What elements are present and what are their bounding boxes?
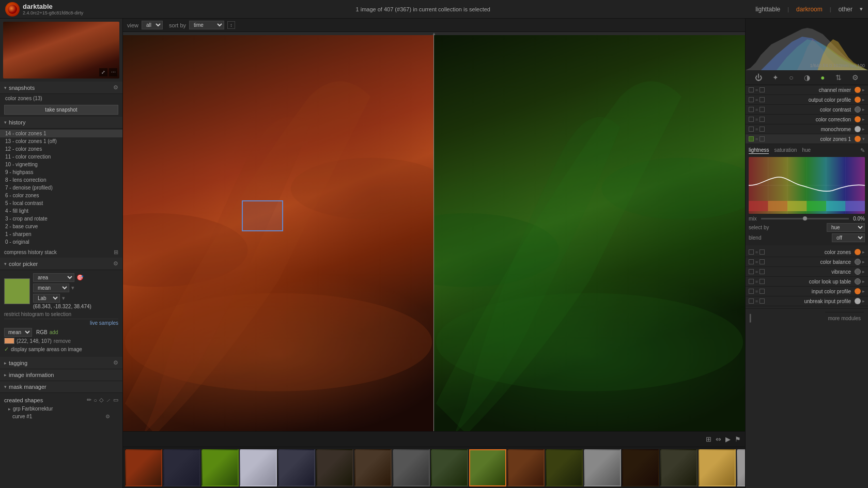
mt-arrows-icon[interactable]: ⇅ [835, 73, 842, 82]
mask-manager-header[interactable]: ▾ mask manager [0, 381, 122, 393]
history-item-9[interactable]: 9 - highpass [0, 168, 122, 176]
nav-chevron-icon[interactable]: ▾ [860, 6, 863, 12]
compress-icon[interactable]: ⊞ [114, 249, 118, 256]
module-color-zones-1[interactable]: = color zones 1 ▾ [746, 134, 868, 144]
filmstrip-thumb-15[interactable] [737, 449, 745, 486]
module-input-color-profile[interactable]: = input color profile ▸ [746, 287, 868, 296]
cp-colorspace-select[interactable]: Lab RGB HSL [33, 294, 60, 303]
compress-history-button[interactable]: compress history stack [4, 249, 57, 255]
cz-edit-icon[interactable]: ✎ [860, 147, 865, 154]
mi-rec-color-zones-1[interactable] [760, 136, 765, 141]
mi-arrow-color-contrast[interactable]: ▸ [862, 107, 865, 112]
module-color-lut[interactable]: = color look up table ▸ [746, 277, 868, 287]
filmstrip-thumb-13[interactable] [660, 449, 698, 486]
filmstrip-thumb-8[interactable] [431, 449, 468, 486]
cp-stat-select[interactable]: mean min max [4, 328, 32, 337]
cz-tab-hue[interactable]: hue [802, 147, 811, 154]
shape-rect-icon[interactable]: ▭ [113, 397, 118, 403]
mi-cb-channel-mixer[interactable] [749, 87, 754, 92]
filmstrip-thumb-1[interactable] [163, 449, 200, 486]
history-item-7[interactable]: 7 - denoise (profiled) [0, 184, 122, 192]
grp-item[interactable]: ▸ grp Farbkorrektur [4, 405, 118, 413]
more-modules-button[interactable]: more modules [825, 312, 864, 324]
bt-grid-icon[interactable]: ⊞ [706, 435, 711, 443]
color-picker-header[interactable]: ▾ color picker ⚙ [0, 258, 122, 270]
cp-live-samples-btn[interactable]: live samples [4, 320, 118, 326]
mt-gear-icon[interactable]: ⚙ [852, 73, 859, 82]
history-item-3[interactable]: 3 - crop and rotate [0, 215, 122, 223]
mi-cb-monochrome[interactable] [749, 127, 754, 132]
history-item-6[interactable]: 6 - color zones [0, 192, 122, 199]
filmstrip-thumb-2[interactable] [202, 449, 239, 486]
bt-play-icon[interactable]: ▶ [725, 435, 731, 443]
sort-direction-button[interactable]: ↕ [227, 21, 235, 29]
snapshots-header[interactable]: ▾ snapshots ⚙ [0, 82, 122, 94]
history-item-12[interactable]: 12 - color zones [0, 145, 122, 153]
cp-lab-arrow-icon[interactable]: ▾ [62, 295, 65, 302]
cz-blend-select[interactable]: off normal multiply [832, 233, 865, 242]
mt-halfcircle-icon[interactable]: ◑ [804, 73, 810, 82]
mt-circle-icon[interactable]: ○ [789, 73, 793, 82]
snapshots-gear-icon[interactable]: ⚙ [113, 84, 118, 91]
curve-item[interactable]: curve #1 ⚙ [4, 413, 118, 420]
mi-cb-color-zones-1[interactable] [749, 136, 754, 141]
module-color-contrast[interactable]: = color contrast ▸ [746, 105, 868, 115]
module-color-correction[interactable]: = color correction ▸ [746, 115, 868, 124]
mi-rec-output-color[interactable] [760, 97, 765, 102]
filmstrip-thumb-5[interactable] [316, 449, 353, 486]
image-canvas[interactable]: ▲ [123, 32, 745, 431]
cp-picker-icon[interactable]: 🎯 [76, 274, 84, 281]
module-unbreak-input[interactable]: = unbreak input profile ▸ [746, 296, 868, 306]
history-item-14[interactable]: 14 - color zones 1 [0, 130, 122, 137]
filmstrip-thumb-9[interactable] [507, 449, 545, 486]
history-header[interactable]: ▾ history [0, 117, 122, 129]
tagging-header[interactable]: ▸ tagging ⚙ [0, 357, 122, 369]
shape-diamond-icon[interactable]: ◇ [99, 397, 103, 403]
history-item-2[interactable]: 2 - base curve [0, 223, 122, 230]
view-select[interactable]: all [142, 21, 163, 29]
thumb-more-icon[interactable]: ⋯ [109, 68, 117, 76]
mi-arrow-output-color[interactable]: ▸ [862, 97, 865, 102]
filmstrip-thumb-10[interactable] [546, 449, 583, 486]
nav-other[interactable]: other [835, 5, 856, 14]
filmstrip-thumb-3[interactable] [240, 449, 277, 486]
snapshot-item[interactable]: color zones (13) [0, 94, 122, 103]
mt-colorcircle-icon[interactable]: ● [820, 73, 825, 82]
filmstrip-thumb-11[interactable] [584, 449, 621, 486]
curve-gear-icon[interactable]: ⚙ [105, 414, 110, 419]
history-item-10[interactable]: 10 - vignetting [0, 161, 122, 168]
cz-tab-saturation[interactable]: saturation [774, 147, 797, 154]
module-channel-mixer[interactable]: = channel mixer ▸ [746, 85, 868, 95]
history-item-11[interactable]: 11 - color correction [0, 153, 122, 161]
mi-cb-color-contrast[interactable] [749, 107, 754, 112]
tagging-gear-icon[interactable]: ⚙ [113, 359, 118, 366]
history-item-1[interactable]: 1 - sharpen [0, 230, 122, 238]
image-info-header[interactable]: ▸ image information [0, 369, 122, 381]
mi-rec-monochrome[interactable] [760, 127, 765, 132]
display-areas-checkbox[interactable]: ✓ [4, 346, 9, 353]
shape-path-icon[interactable]: ⟋ [105, 397, 111, 403]
bt-flag-icon[interactable]: ⚑ [735, 435, 741, 443]
sample-remove-button[interactable]: remove [54, 338, 71, 344]
history-item-4[interactable]: 4 - fill light [0, 207, 122, 215]
sort-select[interactable]: time filename rating [189, 21, 224, 29]
take-snapshot-button[interactable]: take snapshot [4, 105, 118, 115]
filmstrip-thumb-4[interactable] [278, 449, 315, 486]
mi-rec-color-correction[interactable] [760, 117, 765, 122]
module-output-color-profile[interactable]: = output color profile ▸ [746, 95, 868, 105]
mi-cb-color-zones[interactable] [749, 249, 754, 255]
cp-mean-select[interactable]: mean min max [33, 284, 69, 292]
mt-star-icon[interactable]: ✦ [772, 73, 779, 82]
module-monochrome[interactable]: = monochrome ▸ [746, 124, 868, 134]
cp-mean-arrow-icon[interactable]: ▾ [71, 285, 74, 291]
mt-power-icon[interactable]: ⏻ [755, 73, 762, 82]
module-color-balance[interactable]: = color balance ▸ [746, 257, 868, 267]
filmstrip-thumb-7[interactable] [393, 449, 430, 486]
mi-cb-output-color[interactable] [749, 97, 754, 102]
mi-arrow-color-zones-1[interactable]: ▾ [862, 136, 865, 141]
filmstrip-thumb-14[interactable] [699, 449, 736, 486]
history-item-8[interactable]: 8 - lens correction [0, 176, 122, 184]
cz-grid[interactable] [749, 157, 865, 214]
mi-rec-color-contrast[interactable] [760, 107, 765, 112]
mi-rec-channel-mixer[interactable] [760, 87, 765, 92]
